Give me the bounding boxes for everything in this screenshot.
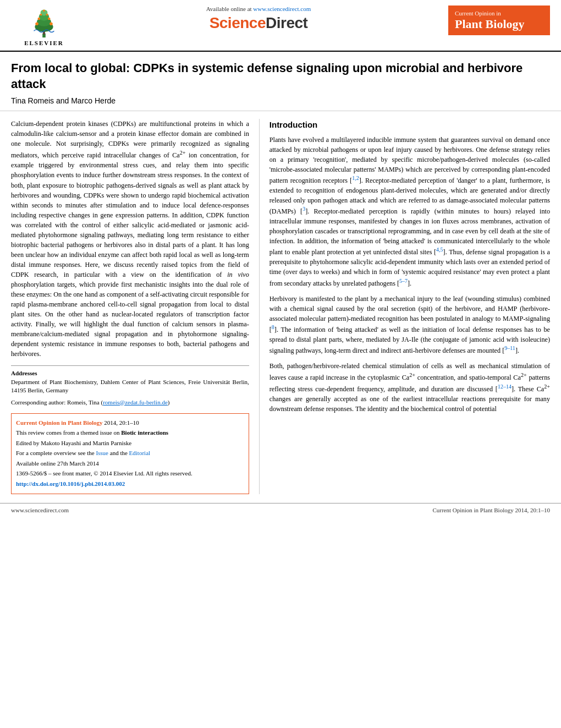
- article-title: From local to global: CDPKs in systemic …: [11, 61, 550, 92]
- ref-57-link[interactable]: 5–7: [399, 278, 408, 284]
- footer-left: www.sciencedirect.com: [11, 507, 69, 513]
- info-doi[interactable]: http://dx.doi.org/10.1016/j.pbi.2014.03.…: [16, 479, 244, 489]
- footer-right: Current Opinion in Plant Biology 2014, 2…: [432, 507, 550, 513]
- addresses-text: Department of Plant Biochemistry, Dahlem…: [11, 379, 249, 393]
- svg-point-11: [46, 14, 48, 16]
- sciencedirect-logo-text: ScienceDirect: [77, 14, 440, 32]
- main-content: Calcium-dependent protein kinases (CDPKs…: [0, 111, 561, 494]
- corresponding-label: Corresponding author:: [11, 399, 65, 406]
- abstract-text: Calcium-dependent protein kinases (CDPKs…: [11, 119, 249, 359]
- info-journal-ref: Current Opinion in Plant Biology 2014, 2…: [16, 418, 244, 428]
- svg-point-8: [37, 18, 40, 20]
- page-footer: www.sciencedirect.com Current Opinion in…: [0, 503, 561, 517]
- direct-part: Direct: [266, 14, 307, 31]
- info-edited-by: Edited by Makoto Hayashi and Martin Parn…: [16, 439, 244, 448]
- info-available-online: Available online 27th March 2014: [16, 459, 244, 468]
- svg-point-9: [48, 18, 51, 20]
- journal-badge: Current Opinion in Plant Biology: [448, 6, 550, 35]
- right-column: Introduction Plants have evolved a multi…: [259, 119, 550, 494]
- info-box: Current Opinion in Plant Biology 2014, 2…: [11, 413, 249, 495]
- ref-45-link[interactable]: 4,5: [436, 247, 443, 253]
- intro-paragraph-1: Plants have evolved a multilayered induc…: [270, 135, 550, 288]
- journal-badge-area: Current Opinion in Plant Biology: [440, 6, 550, 35]
- page-header: ELSEVIER Available online at www.science…: [0, 0, 561, 52]
- available-online-text: Available online at www.sciencedirect.co…: [77, 6, 440, 12]
- elsevier-logo: ELSEVIER: [11, 6, 77, 46]
- journal-title-ref: Current Opinion in Plant Biology: [16, 419, 103, 426]
- ref-911-link[interactable]: 9–11: [504, 345, 515, 351]
- intro-paragraph-3: Both, pathogen/herbivore-related chemica…: [270, 361, 550, 414]
- left-column: Calcium-dependent protein kinases (CDPKs…: [11, 119, 259, 494]
- svg-point-12: [43, 9, 45, 12]
- ref-1214-link[interactable]: 12–14: [498, 384, 512, 390]
- svg-point-7: [50, 22, 53, 25]
- introduction-title: Introduction: [270, 119, 550, 132]
- corresponding-email-link[interactable]: romeis@zedat.fu-berlin.de: [103, 399, 168, 406]
- info-overview: For a complete overview see the Issue an…: [16, 448, 244, 458]
- elsevier-tree-icon: [28, 6, 61, 39]
- journal-header-center: Available online at www.sciencedirect.co…: [77, 6, 440, 32]
- ref-3-link[interactable]: 3: [302, 206, 305, 212]
- addresses-section: Addresses Department of Plant Biochemist…: [11, 365, 249, 395]
- elsevier-wordmark: ELSEVIER: [24, 40, 64, 46]
- svg-point-10: [40, 14, 42, 16]
- intro-paragraph-2: Herbivory is manifested to the plant by …: [270, 294, 550, 355]
- current-opinion-in-label: Current Opinion in: [455, 10, 543, 17]
- info-year-vol: 2014, 20:1–10: [104, 419, 139, 426]
- editorial-link[interactable]: Editorial: [129, 450, 151, 456]
- doi-link[interactable]: http://dx.doi.org/10.1016/j.pbi.2014.03.…: [16, 480, 125, 487]
- article-authors: Tina Romeis and Marco Herde: [11, 96, 550, 105]
- info-review-note: This review comes from a themed issue on…: [16, 428, 244, 437]
- sciencedirect-url[interactable]: www.sciencedirect.com: [253, 6, 311, 12]
- biotic-interactions-label: Biotic interactions: [121, 429, 168, 436]
- ref-8-link[interactable]: 8: [272, 324, 274, 330]
- elsevier-logo-area: ELSEVIER: [11, 6, 77, 46]
- plant-biology-label: Plant Biology: [455, 18, 543, 31]
- science-part: Science: [210, 14, 266, 31]
- issue-link[interactable]: Issue: [96, 450, 108, 456]
- ref-1-link[interactable]: 1,2: [352, 175, 359, 181]
- title-section: From local to global: CDPKs in systemic …: [0, 52, 561, 111]
- corresponding-author: Corresponding author: Romeis, Tina (rome…: [11, 398, 249, 407]
- svg-point-6: [35, 22, 38, 25]
- info-copyright: 1369-5266/$ – see front matter, © 2014 E…: [16, 469, 244, 478]
- addresses-label: Addresses: [11, 370, 37, 376]
